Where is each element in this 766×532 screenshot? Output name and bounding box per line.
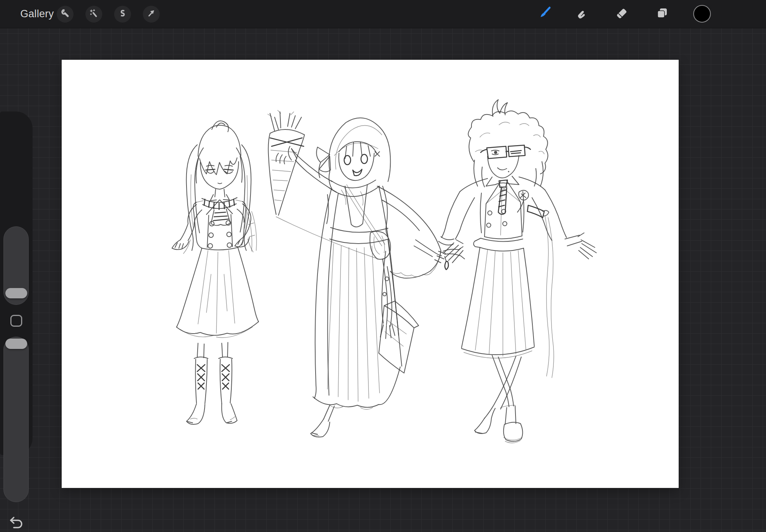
wrench-icon	[60, 8, 70, 20]
magic-wand-icon	[89, 8, 99, 20]
drawing-canvas[interactable]	[62, 60, 679, 488]
opacity-slider[interactable]	[3, 337, 29, 502]
undo-arrow-icon	[8, 515, 25, 532]
selection-button[interactable]	[114, 6, 131, 23]
app-window: Gallery	[0, 0, 766, 532]
gallery-button[interactable]: Gallery	[20, 0, 54, 28]
layers-button[interactable]	[653, 5, 671, 23]
modify-button[interactable]	[10, 315, 22, 327]
opacity-handle[interactable]	[5, 339, 27, 349]
sidebar-panel	[0, 111, 33, 455]
color-swatch-button[interactable]	[693, 5, 711, 23]
adjustments-button[interactable]	[85, 6, 102, 23]
selection-s-icon	[118, 8, 128, 20]
brush-size-handle[interactable]	[5, 288, 27, 298]
eraser-tool-button[interactable]	[612, 5, 631, 23]
transform-button[interactable]	[143, 6, 160, 23]
smudge-tool-button[interactable]	[573, 5, 591, 23]
eraser-icon	[614, 6, 629, 23]
layers-icon	[655, 6, 670, 23]
figure-glasses-character	[439, 100, 596, 443]
brush-tool-button[interactable]	[535, 5, 554, 23]
actions-button[interactable]	[57, 6, 74, 23]
undo-button[interactable]	[8, 516, 25, 531]
sketch-artwork	[62, 60, 679, 488]
brush-size-slider[interactable]	[3, 226, 29, 305]
smudge-icon	[574, 6, 590, 23]
transform-arrow-icon	[146, 8, 156, 20]
paint-brush-icon	[537, 6, 552, 23]
figure-hooded-character	[268, 110, 465, 437]
figure-twin-tail-girl	[172, 121, 259, 425]
top-toolbar: Gallery	[0, 0, 766, 28]
